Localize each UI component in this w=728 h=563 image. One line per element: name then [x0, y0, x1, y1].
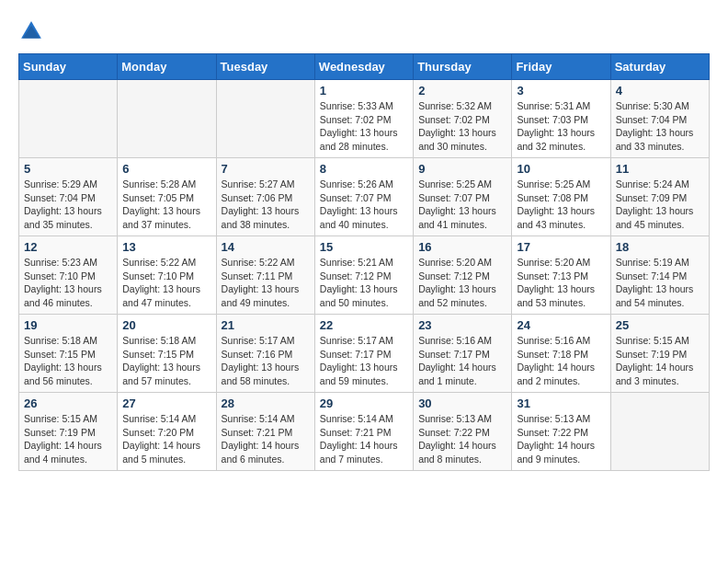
day-info: Sunrise: 5:32 AM Sunset: 7:02 PM Dayligh… — [418, 99, 506, 154]
day-info: Sunrise: 5:17 AM Sunset: 7:16 PM Dayligh… — [222, 334, 310, 388]
day-info: Sunrise: 5:19 AM Sunset: 7:14 PM Dayligh… — [616, 256, 704, 310]
day-number: 11 — [616, 162, 704, 176]
day-info: Sunrise: 5:22 AM Sunset: 7:11 PM Dayligh… — [222, 256, 310, 310]
day-info: Sunrise: 5:24 AM Sunset: 7:09 PM Dayligh… — [616, 178, 704, 232]
day-number: 29 — [320, 396, 408, 410]
day-info: Sunrise: 5:18 AM Sunset: 7:15 PM Dayligh… — [24, 334, 112, 388]
calendar-week-row: 1Sunrise: 5:33 AM Sunset: 7:02 PM Daylig… — [19, 80, 710, 158]
day-info: Sunrise: 5:28 AM Sunset: 7:05 PM Dayligh… — [122, 178, 210, 232]
calendar-cell: 18Sunrise: 5:19 AM Sunset: 7:14 PM Dayli… — [610, 236, 709, 315]
calendar-cell: 7Sunrise: 5:27 AM Sunset: 7:06 PM Daylig… — [216, 158, 314, 236]
calendar-cell — [216, 80, 314, 158]
calendar-cell — [610, 393, 709, 471]
day-number: 21 — [222, 318, 310, 332]
calendar-cell: 5Sunrise: 5:29 AM Sunset: 7:04 PM Daylig… — [19, 158, 118, 236]
calendar-cell: 22Sunrise: 5:17 AM Sunset: 7:17 PM Dayli… — [314, 315, 413, 393]
day-info: Sunrise: 5:13 AM Sunset: 7:22 PM Dayligh… — [517, 412, 605, 466]
day-info: Sunrise: 5:17 AM Sunset: 7:17 PM Dayligh… — [320, 334, 408, 388]
column-header-friday: Friday — [512, 54, 610, 80]
calendar-week-row: 12Sunrise: 5:23 AM Sunset: 7:10 PM Dayli… — [19, 236, 710, 315]
day-number: 15 — [320, 240, 408, 254]
day-number: 2 — [418, 84, 506, 98]
day-number: 16 — [418, 240, 506, 254]
calendar-header-row: SundayMondayTuesdayWednesdayThursdayFrid… — [19, 54, 710, 80]
calendar-cell: 2Sunrise: 5:32 AM Sunset: 7:02 PM Daylig… — [414, 80, 512, 158]
day-info: Sunrise: 5:13 AM Sunset: 7:22 PM Dayligh… — [418, 412, 506, 466]
day-number: 10 — [517, 162, 605, 176]
page-header — [18, 18, 710, 44]
day-info: Sunrise: 5:27 AM Sunset: 7:06 PM Dayligh… — [222, 178, 310, 232]
calendar-cell: 10Sunrise: 5:25 AM Sunset: 7:08 PM Dayli… — [512, 158, 610, 236]
calendar-cell — [19, 80, 118, 158]
day-info: Sunrise: 5:16 AM Sunset: 7:17 PM Dayligh… — [418, 334, 506, 388]
day-info: Sunrise: 5:15 AM Sunset: 7:19 PM Dayligh… — [616, 334, 704, 388]
calendar-cell: 16Sunrise: 5:20 AM Sunset: 7:12 PM Dayli… — [414, 236, 512, 315]
day-info: Sunrise: 5:25 AM Sunset: 7:07 PM Dayligh… — [418, 178, 506, 232]
calendar-cell: 6Sunrise: 5:28 AM Sunset: 7:05 PM Daylig… — [118, 158, 216, 236]
day-number: 28 — [222, 396, 310, 410]
day-number: 13 — [122, 240, 210, 254]
column-header-tuesday: Tuesday — [216, 54, 314, 80]
column-header-sunday: Sunday — [19, 54, 118, 80]
day-number: 4 — [616, 84, 704, 98]
day-number: 19 — [24, 318, 112, 332]
day-number: 7 — [222, 162, 310, 176]
day-number: 18 — [616, 240, 704, 254]
logo — [18, 18, 48, 44]
day-number: 3 — [517, 84, 605, 98]
calendar-week-row: 5Sunrise: 5:29 AM Sunset: 7:04 PM Daylig… — [19, 158, 710, 236]
calendar-cell: 8Sunrise: 5:26 AM Sunset: 7:07 PM Daylig… — [314, 158, 413, 236]
day-number: 26 — [24, 396, 112, 410]
calendar-cell: 15Sunrise: 5:21 AM Sunset: 7:12 PM Dayli… — [314, 236, 413, 315]
calendar-cell: 31Sunrise: 5:13 AM Sunset: 7:22 PM Dayli… — [512, 393, 610, 471]
day-info: Sunrise: 5:29 AM Sunset: 7:04 PM Dayligh… — [24, 178, 112, 232]
column-header-thursday: Thursday — [414, 54, 512, 80]
calendar-cell: 1Sunrise: 5:33 AM Sunset: 7:02 PM Daylig… — [314, 80, 413, 158]
calendar-cell: 14Sunrise: 5:22 AM Sunset: 7:11 PM Dayli… — [216, 236, 314, 315]
day-number: 8 — [320, 162, 408, 176]
day-number: 27 — [122, 396, 210, 410]
calendar-cell: 23Sunrise: 5:16 AM Sunset: 7:17 PM Dayli… — [414, 315, 512, 393]
calendar-week-row: 26Sunrise: 5:15 AM Sunset: 7:19 PM Dayli… — [19, 393, 710, 471]
column-header-saturday: Saturday — [610, 54, 709, 80]
day-number: 9 — [418, 162, 506, 176]
calendar-cell: 25Sunrise: 5:15 AM Sunset: 7:19 PM Dayli… — [610, 315, 709, 393]
day-number: 5 — [24, 162, 112, 176]
day-info: Sunrise: 5:30 AM Sunset: 7:04 PM Dayligh… — [616, 99, 704, 154]
day-info: Sunrise: 5:33 AM Sunset: 7:02 PM Dayligh… — [320, 99, 408, 154]
day-number: 12 — [24, 240, 112, 254]
day-number: 17 — [517, 240, 605, 254]
day-info: Sunrise: 5:14 AM Sunset: 7:20 PM Dayligh… — [122, 412, 210, 466]
calendar-week-row: 19Sunrise: 5:18 AM Sunset: 7:15 PM Dayli… — [19, 315, 710, 393]
calendar-cell: 28Sunrise: 5:14 AM Sunset: 7:21 PM Dayli… — [216, 393, 314, 471]
calendar-cell: 3Sunrise: 5:31 AM Sunset: 7:03 PM Daylig… — [512, 80, 610, 158]
day-info: Sunrise: 5:25 AM Sunset: 7:08 PM Dayligh… — [517, 178, 605, 232]
calendar-cell: 17Sunrise: 5:20 AM Sunset: 7:13 PM Dayli… — [512, 236, 610, 315]
day-info: Sunrise: 5:21 AM Sunset: 7:12 PM Dayligh… — [320, 256, 408, 310]
day-info: Sunrise: 5:20 AM Sunset: 7:12 PM Dayligh… — [418, 256, 506, 310]
day-number: 23 — [418, 318, 506, 332]
day-info: Sunrise: 5:26 AM Sunset: 7:07 PM Dayligh… — [320, 178, 408, 232]
day-info: Sunrise: 5:22 AM Sunset: 7:10 PM Dayligh… — [122, 256, 210, 310]
calendar-table: SundayMondayTuesdayWednesdayThursdayFrid… — [18, 53, 710, 471]
day-number: 1 — [320, 84, 408, 98]
day-info: Sunrise: 5:15 AM Sunset: 7:19 PM Dayligh… — [24, 412, 112, 466]
calendar-cell: 21Sunrise: 5:17 AM Sunset: 7:16 PM Dayli… — [216, 315, 314, 393]
day-info: Sunrise: 5:14 AM Sunset: 7:21 PM Dayligh… — [320, 412, 408, 466]
calendar-cell: 30Sunrise: 5:13 AM Sunset: 7:22 PM Dayli… — [414, 393, 512, 471]
calendar-cell: 13Sunrise: 5:22 AM Sunset: 7:10 PM Dayli… — [118, 236, 216, 315]
day-number: 30 — [418, 396, 506, 410]
day-number: 20 — [122, 318, 210, 332]
logo-icon — [18, 18, 44, 44]
day-info: Sunrise: 5:16 AM Sunset: 7:18 PM Dayligh… — [517, 334, 605, 388]
day-number: 31 — [517, 396, 605, 410]
column-header-monday: Monday — [118, 54, 216, 80]
calendar-cell: 9Sunrise: 5:25 AM Sunset: 7:07 PM Daylig… — [414, 158, 512, 236]
calendar-cell: 19Sunrise: 5:18 AM Sunset: 7:15 PM Dayli… — [19, 315, 118, 393]
calendar-cell — [118, 80, 216, 158]
day-info: Sunrise: 5:14 AM Sunset: 7:21 PM Dayligh… — [222, 412, 310, 466]
day-number: 22 — [320, 318, 408, 332]
calendar-cell: 4Sunrise: 5:30 AM Sunset: 7:04 PM Daylig… — [610, 80, 709, 158]
calendar-cell: 20Sunrise: 5:18 AM Sunset: 7:15 PM Dayli… — [118, 315, 216, 393]
calendar-cell: 12Sunrise: 5:23 AM Sunset: 7:10 PM Dayli… — [19, 236, 118, 315]
